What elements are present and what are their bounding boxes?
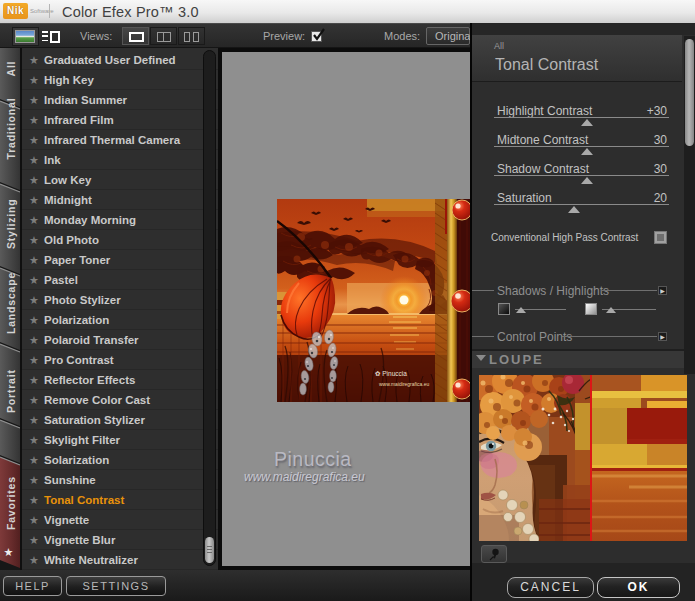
svg-text:✿ Pinuccia: ✿ Pinuccia <box>375 370 407 377</box>
svg-text:Traditional: Traditional <box>5 98 17 160</box>
svg-text:Landscape: Landscape <box>5 272 17 334</box>
svg-text:Portrait: Portrait <box>5 369 17 413</box>
svg-text:All: All <box>5 61 17 77</box>
svg-text:Favorites: Favorites <box>5 476 17 530</box>
svg-text:www.maidiregrafica.eu: www.maidiregrafica.eu <box>379 381 430 387</box>
svg-text:Stylizing: Stylizing <box>5 199 17 249</box>
svg-text:★: ★ <box>4 546 14 558</box>
